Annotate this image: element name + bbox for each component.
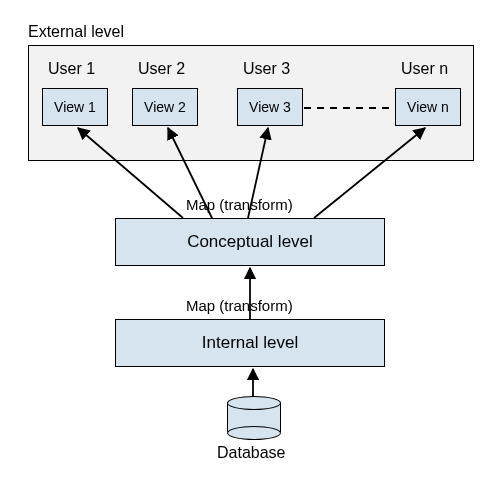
user-label-n: User n bbox=[401, 60, 448, 78]
view-box-n: View n bbox=[395, 88, 461, 126]
internal-level-label: Internal level bbox=[202, 333, 298, 353]
user-label-3: User 3 bbox=[243, 60, 290, 78]
user-label-1: User 1 bbox=[48, 60, 95, 78]
view-label-1: View 1 bbox=[54, 99, 96, 115]
mapping-label-2: Map (transform) bbox=[186, 297, 293, 314]
user-label-2: User 2 bbox=[138, 60, 185, 78]
view-label-2: View 2 bbox=[144, 99, 186, 115]
conceptual-level-label: Conceptual level bbox=[187, 232, 313, 252]
view-box-2: View 2 bbox=[132, 88, 198, 126]
view-label-n: View n bbox=[407, 99, 449, 115]
view-box-1: View 1 bbox=[42, 88, 108, 126]
mapping-label-1: Map (transform) bbox=[186, 196, 293, 213]
database-cylinder bbox=[227, 396, 279, 438]
view-box-3: View 3 bbox=[237, 88, 303, 126]
database-label: Database bbox=[217, 444, 286, 462]
view-label-3: View 3 bbox=[249, 99, 291, 115]
internal-level-box: Internal level bbox=[115, 319, 385, 367]
conceptual-level-box: Conceptual level bbox=[115, 218, 385, 266]
external-level-label: External level bbox=[28, 23, 124, 41]
diagram-stage: External level User 1 View 1 User 2 View… bbox=[0, 0, 500, 500]
